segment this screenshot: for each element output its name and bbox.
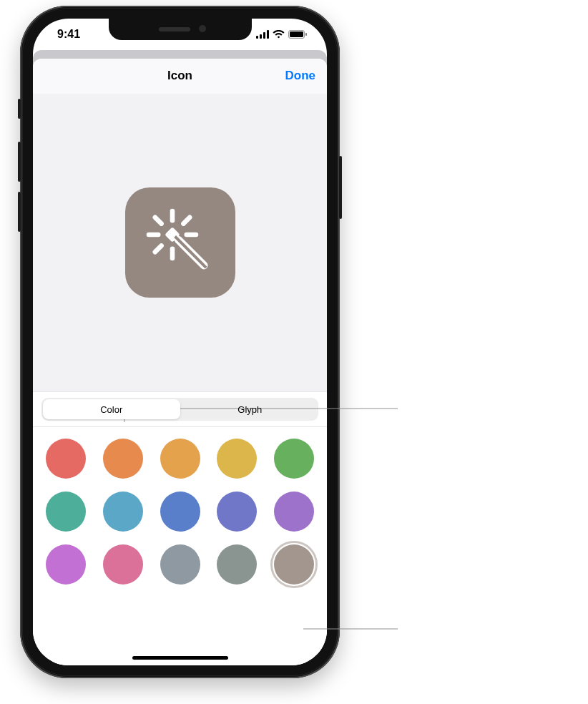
callout-line-segmented — [0, 0, 588, 704]
status-time: 9:41 — [57, 28, 80, 41]
svg-rect-1 — [260, 34, 262, 39]
svg-rect-6 — [305, 33, 307, 36]
wifi-icon — [273, 30, 285, 39]
tab-glyph-label: Glyph — [237, 404, 262, 415]
status-indicators — [256, 30, 307, 39]
svg-rect-0 — [256, 36, 258, 39]
svg-rect-5 — [290, 31, 303, 37]
cellular-icon — [256, 30, 269, 39]
svg-rect-2 — [263, 32, 265, 39]
tab-color[interactable]: Color — [43, 399, 180, 419]
tab-glyph[interactable]: Glyph — [182, 399, 319, 419]
tab-color-label: Color — [100, 404, 122, 415]
battery-icon — [288, 30, 307, 39]
notch — [109, 19, 252, 40]
home-indicator — [132, 656, 228, 660]
svg-rect-3 — [267, 30, 269, 39]
